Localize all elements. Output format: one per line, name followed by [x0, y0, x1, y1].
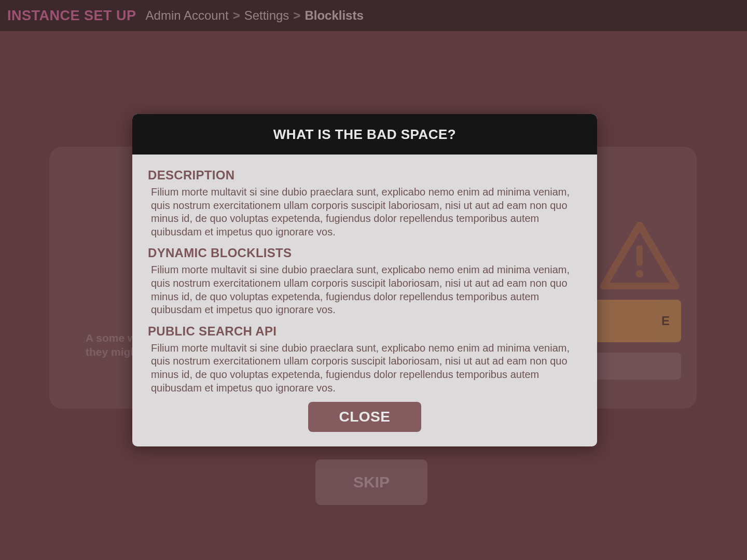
section-heading: PUBLIC SEARCH API: [148, 324, 582, 339]
section-text: Filium morte multavit si sine dubio prae…: [148, 342, 582, 395]
section-text: Filium morte multavit si sine dubio prae…: [148, 263, 582, 316]
info-modal: WHAT IS THE BAD SPACE? DESCRIPTION Filiu…: [132, 114, 597, 446]
section-heading: DESCRIPTION: [148, 168, 582, 183]
close-button[interactable]: CLOSE: [308, 402, 421, 432]
modal-body: DESCRIPTION Filium morte multavit si sin…: [132, 155, 597, 446]
section-text: Filium morte multavit si sine dubio prae…: [148, 186, 582, 239]
modal-title: WHAT IS THE BAD SPACE?: [132, 114, 597, 155]
section-heading: DYNAMIC BLOCKLISTS: [148, 246, 582, 260]
